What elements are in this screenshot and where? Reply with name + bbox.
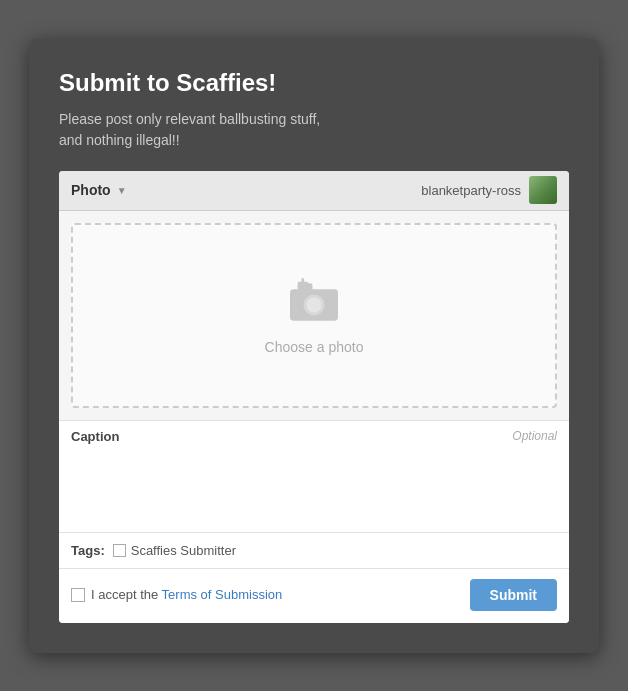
modal-container: Submit to Scaffies! Please post only rel…: [29, 39, 599, 653]
caption-section: Caption Optional: [59, 420, 569, 532]
terms-left: I accept the Terms of Submission: [71, 587, 282, 602]
avatar: [529, 176, 557, 204]
tag-scaffies-submitter: Scaffies Submitter: [113, 543, 236, 558]
modal-title: Submit to Scaffies!: [59, 69, 569, 97]
username-label: blanketparty-ross: [421, 183, 521, 198]
tags-label: Tags:: [71, 543, 105, 558]
terms-text: I accept the Terms of Submission: [91, 587, 282, 602]
svg-rect-5: [298, 283, 313, 291]
terms-checkbox[interactable]: [71, 588, 85, 602]
svg-point-2: [307, 297, 322, 312]
tag-name: Scaffies Submitter: [131, 543, 236, 558]
optional-label: Optional: [512, 429, 557, 443]
form-panel: Photo ▼ blanketparty-ross: [59, 171, 569, 623]
caption-header: Caption Optional: [71, 429, 557, 444]
terms-section: I accept the Terms of Submission Submit: [59, 568, 569, 623]
subtitle-line1: Please post only relevant ballbusting st…: [59, 111, 320, 127]
photo-upload-area[interactable]: Choose a photo: [71, 223, 557, 408]
avatar-image: [529, 176, 557, 204]
form-header-left: Photo ▼: [71, 182, 127, 198]
caption-label: Caption: [71, 429, 119, 444]
form-header-right: blanketparty-ross: [421, 176, 557, 204]
camera-icon: [284, 275, 344, 329]
tag-checkbox[interactable]: [113, 544, 126, 557]
terms-link[interactable]: Terms of Submission: [162, 587, 283, 602]
submit-button[interactable]: Submit: [470, 579, 557, 611]
terms-accept-text: I accept the: [91, 587, 158, 602]
choose-photo-text: Choose a photo: [265, 339, 364, 355]
tags-section: Tags: Scaffies Submitter: [59, 532, 569, 568]
caption-textarea[interactable]: [71, 448, 557, 528]
form-type-label: Photo: [71, 182, 111, 198]
dropdown-arrow-icon[interactable]: ▼: [117, 185, 127, 196]
modal-subtitle: Please post only relevant ballbusting st…: [59, 109, 569, 151]
subtitle-line2: and nothing illegal!!: [59, 132, 180, 148]
form-header: Photo ▼ blanketparty-ross: [59, 171, 569, 211]
